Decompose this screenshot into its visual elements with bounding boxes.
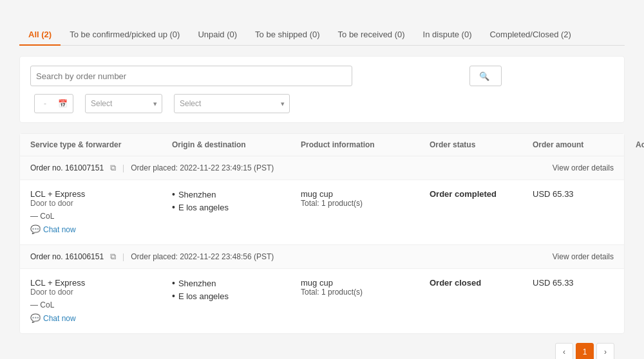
search-button[interactable]: 🔍 xyxy=(469,66,502,86)
status-badge: Order closed xyxy=(430,278,481,288)
col-label: — CoL xyxy=(30,300,172,309)
search-input[interactable] xyxy=(36,71,346,81)
chat-now-label: Chat now xyxy=(43,225,76,234)
order-number: Order no. 161006151 xyxy=(30,252,104,261)
order-status-cell: Order completed xyxy=(430,189,533,199)
divider: | xyxy=(122,163,124,172)
tab-in-dispute[interactable]: In dispute (0) xyxy=(414,24,481,46)
divider: | xyxy=(122,252,124,261)
product-name: mug cup xyxy=(301,189,430,199)
order-group: Order no. 161006151 ⧉ | Order placed: 20… xyxy=(20,245,624,333)
door-to-door-label: Door to door xyxy=(30,199,172,208)
order-placed-filter: - 📅 xyxy=(30,94,73,113)
product-info-cell: mug cup Total: 1 product(s) xyxy=(301,189,430,208)
orders-table: Service type & forwarderOrigin & destina… xyxy=(19,133,625,334)
page-1-button[interactable]: 1 xyxy=(576,343,594,359)
order-meta-left: Order no. 161007151 ⧉ | Order placed: 20… xyxy=(30,163,274,173)
filters-section: 🔍 - 📅 Select xyxy=(19,56,625,123)
product-info-cell: mug cup Total: 1 product(s) xyxy=(301,278,430,297)
door-to-door-label: Door to door xyxy=(30,288,172,297)
service-type-name: LCL + Express xyxy=(30,278,172,288)
order-placed-date: Order placed: 2022-11-22 23:48:56 (PST) xyxy=(131,252,274,261)
tab-to-be-shipped[interactable]: To be shipped (0) xyxy=(246,24,328,46)
search-row: 🔍 xyxy=(30,66,614,86)
col-label: — CoL xyxy=(30,212,172,221)
tab-to-be-confirmed[interactable]: To be confirmed/picked up (0) xyxy=(61,24,189,46)
date-from-input[interactable]: - 📅 xyxy=(34,94,73,113)
location-item: Shenzhen xyxy=(172,189,301,199)
date-separator: - xyxy=(44,99,46,108)
column-header: Product information xyxy=(301,140,430,149)
service-type-select[interactable]: Select xyxy=(85,94,162,113)
tab-to-be-received[interactable]: To be received (0) xyxy=(329,24,414,46)
tab-completed-closed[interactable]: Completed/Closed (2) xyxy=(480,24,580,46)
service-type-cell: LCL + Express Door to door — CoL 💬 Chat … xyxy=(30,278,172,323)
location-item: E los angeles xyxy=(172,202,301,212)
table-header: Service type & forwarderOrigin & destina… xyxy=(20,134,624,156)
tabs-bar: All (2)To be confirmed/picked up (0)Unpa… xyxy=(19,24,625,46)
order-meta-row: Order no. 161006151 ⧉ | Order placed: 20… xyxy=(20,245,624,269)
service-type-filter: Select xyxy=(81,94,162,113)
order-detail-row: LCL + Express Door to door — CoL 💬 Chat … xyxy=(20,180,624,244)
location-item: Shenzhen xyxy=(172,278,301,288)
filter-row: - 📅 Select Select xyxy=(30,94,614,113)
order-amount-cell: USD 65.33 xyxy=(533,189,636,199)
column-header: Action xyxy=(636,140,644,149)
service-type-cell: LCL + Express Door to door — CoL 💬 Chat … xyxy=(30,189,172,234)
tab-all[interactable]: All (2) xyxy=(19,24,61,46)
column-header: Service type & forwarder xyxy=(30,140,172,149)
copy-icon[interactable]: ⧉ xyxy=(110,163,116,173)
chat-now-label: Chat now xyxy=(43,314,76,323)
order-detail-row: LCL + Express Door to door — CoL 💬 Chat … xyxy=(20,269,624,333)
next-page-button[interactable]: › xyxy=(596,343,614,359)
orders-container: Order no. 161007151 ⧉ | Order placed: 20… xyxy=(20,156,624,333)
view-order-details-link[interactable]: View order details xyxy=(553,252,614,261)
order-group: Order no. 161007151 ⧉ | Order placed: 20… xyxy=(20,156,624,245)
chat-now-link[interactable]: 💬 Chat now xyxy=(30,313,172,323)
service-type-select-wrap: Select xyxy=(85,94,162,113)
order-status-cell: Order closed xyxy=(430,278,533,288)
order-status-select-wrap: Select xyxy=(174,94,290,113)
order-meta-left: Order no. 161006151 ⧉ | Order placed: 20… xyxy=(30,252,274,262)
order-number: Order no. 161007151 xyxy=(30,163,104,172)
column-header: Order status xyxy=(430,140,533,149)
pagination: ‹ 1 › xyxy=(19,334,625,359)
column-header: Origin & destination xyxy=(172,140,301,149)
order-meta-row: Order no. 161007151 ⧉ | Order placed: 20… xyxy=(20,156,624,180)
order-amount-cell: USD 65.33 xyxy=(533,278,636,288)
order-status-filter: Select xyxy=(170,94,614,113)
product-total: Total: 1 product(s) xyxy=(301,288,430,297)
search-icon: 🔍 xyxy=(479,71,489,81)
product-total: Total: 1 product(s) xyxy=(301,199,430,208)
order-status-select[interactable]: Select xyxy=(174,94,290,113)
search-input-wrap xyxy=(30,66,352,86)
origin-destination-cell: ShenzhenE los angeles xyxy=(172,278,301,304)
chat-icon: 💬 xyxy=(30,225,41,234)
column-header: Order amount xyxy=(533,140,636,149)
origin-destination-cell: ShenzhenE los angeles xyxy=(172,189,301,215)
service-type-name: LCL + Express xyxy=(30,189,172,199)
prev-page-button[interactable]: ‹ xyxy=(555,343,573,359)
status-badge: Order completed xyxy=(430,189,497,199)
location-item: E los angeles xyxy=(172,291,301,301)
view-order-details-link[interactable]: View order details xyxy=(553,163,614,172)
chat-now-link[interactable]: 💬 Chat now xyxy=(30,225,172,234)
calendar-icon: 📅 xyxy=(58,99,68,108)
chat-icon: 💬 xyxy=(30,313,41,323)
order-placed-date: Order placed: 2022-11-22 23:49:15 (PST) xyxy=(131,163,274,172)
product-name: mug cup xyxy=(301,278,430,288)
copy-icon[interactable]: ⧉ xyxy=(110,252,116,262)
tab-unpaid[interactable]: Unpaid (0) xyxy=(189,24,246,46)
